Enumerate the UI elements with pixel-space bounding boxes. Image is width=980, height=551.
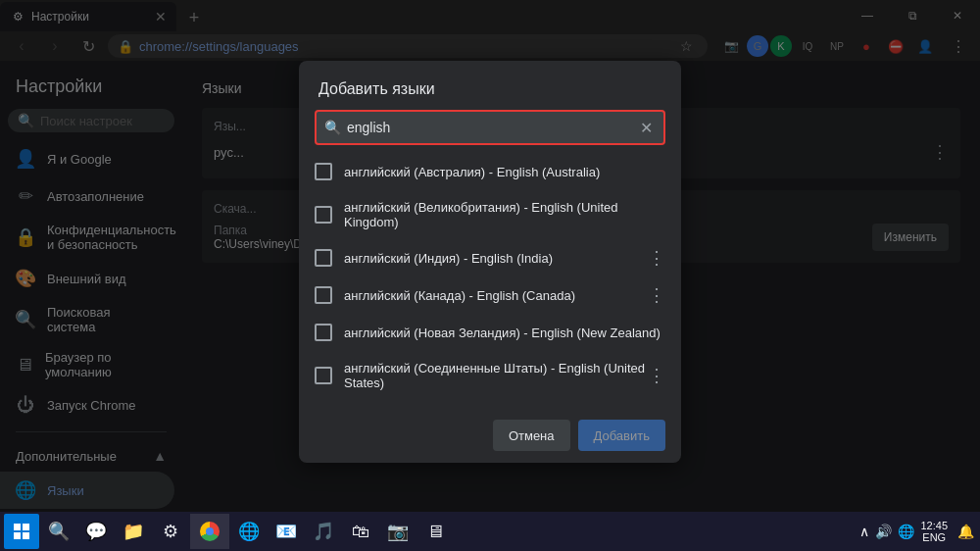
svg-rect-1: [23, 524, 29, 530]
notification-icon[interactable]: 🔔: [956, 522, 976, 541]
tray-expand-icon[interactable]: ∧: [858, 522, 871, 541]
cancel-button[interactable]: Отмена: [493, 420, 570, 451]
svg-rect-0: [14, 524, 21, 530]
task-view-button[interactable]: 💬: [78, 514, 114, 549]
lang-text-en-au: английский (Австралия) - English (Austra…: [344, 165, 665, 179]
system-tray: ∧ 🔊 🌐: [858, 522, 916, 541]
lang-item-en-au[interactable]: английский (Австралия) - English (Austra…: [299, 153, 681, 190]
lang-checkbox-en-gb[interactable]: [315, 206, 332, 224]
dialog-footer: Отмена Добавить: [299, 408, 681, 463]
mail-taskbar-button[interactable]: 📧: [269, 514, 304, 549]
lang-item-en-ca[interactable]: английский (Канада) - English (Canada) ⋮: [299, 276, 681, 314]
lang-text-en-in: английский (Индия) - English (India): [344, 251, 665, 266]
lang-item-en-za[interactable]: английский (Южно-Африканская Республика)…: [299, 400, 681, 408]
svg-rect-3: [23, 532, 29, 539]
lang-text-en-ca: английский (Канада) - English (Canada): [344, 288, 665, 303]
lang-checkbox-en-nz[interactable]: [315, 324, 332, 341]
lang-text-en-nz: английский (Новая Зеландия) - English (N…: [344, 326, 665, 340]
store-taskbar-button[interactable]: 🛍: [343, 514, 378, 549]
dialog-search-bar[interactable]: 🔍 ✕: [315, 110, 665, 145]
lang-checkbox-en-ca[interactable]: [315, 286, 332, 304]
lang-more-icon-en-ca[interactable]: ⋮: [648, 284, 665, 306]
dialog-search-input[interactable]: [347, 120, 630, 135]
add-languages-dialog: Добавить языки 🔍 ✕ английский (Австралия…: [299, 61, 681, 463]
language-list: английский (Австралия) - English (Austra…: [299, 153, 681, 408]
taskbar-time: 12:45: [920, 520, 948, 531]
lang-checkbox-en-us[interactable]: [315, 367, 332, 384]
svg-rect-2: [14, 532, 21, 539]
media-taskbar-button[interactable]: 🎵: [306, 514, 341, 549]
lang-item-en-in[interactable]: английский (Индия) - English (India) ⋮: [299, 239, 681, 276]
other-taskbar-button[interactable]: 🖥: [417, 514, 453, 549]
lang-item-en-nz[interactable]: английский (Новая Зеландия) - English (N…: [299, 314, 681, 351]
tray-volume-icon[interactable]: 🔊: [873, 522, 894, 541]
dialog-title: Добавить языки: [299, 61, 681, 110]
add-button[interactable]: Добавить: [578, 420, 665, 451]
settings-taskbar-button[interactable]: ⚙: [153, 514, 188, 549]
taskbar: 🔍 💬 📁 ⚙ 🌐 📧 🎵 🛍 📷 🖥 ∧ 🔊 🌐 12:45 ENG 🔔: [0, 512, 980, 551]
lang-checkbox-en-in[interactable]: [315, 249, 332, 267]
dialog-search-icon: 🔍: [324, 120, 341, 135]
explorer-button[interactable]: 📁: [116, 514, 151, 549]
lang-text-en-us: английский (Соединенные Штаты) - English…: [344, 361, 665, 390]
lang-text-en-gb: английский (Великобритания) - English (U…: [344, 200, 665, 229]
dialog-search-clear-button[interactable]: ✕: [636, 118, 656, 137]
edge-taskbar-button[interactable]: 🌐: [231, 514, 267, 549]
taskbar-right: ∧ 🔊 🌐 12:45 ENG 🔔: [858, 520, 976, 543]
taskbar-clock[interactable]: 12:45 ENG: [920, 520, 948, 543]
lang-item-en-us[interactable]: английский (Соединенные Штаты) - English…: [299, 351, 681, 400]
start-button[interactable]: [4, 514, 39, 549]
tray-network-icon[interactable]: 🌐: [896, 522, 916, 541]
lang-item-en-gb[interactable]: английский (Великобритания) - English (U…: [299, 190, 681, 239]
taskbar-left: 🔍 💬 📁 ⚙ 🌐 📧 🎵 🛍 📷 🖥: [4, 514, 453, 549]
lang-more-icon-en-in[interactable]: ⋮: [648, 247, 665, 269]
chrome-taskbar-button[interactable]: [190, 514, 229, 549]
photos-taskbar-button[interactable]: 📷: [380, 514, 416, 549]
chrome-icon: [200, 522, 220, 541]
lang-more-icon-en-us[interactable]: ⋮: [648, 365, 665, 386]
lang-checkbox-en-au[interactable]: [315, 163, 332, 180]
taskbar-lang: ENG: [922, 531, 946, 543]
search-taskbar-button[interactable]: 🔍: [41, 514, 76, 549]
